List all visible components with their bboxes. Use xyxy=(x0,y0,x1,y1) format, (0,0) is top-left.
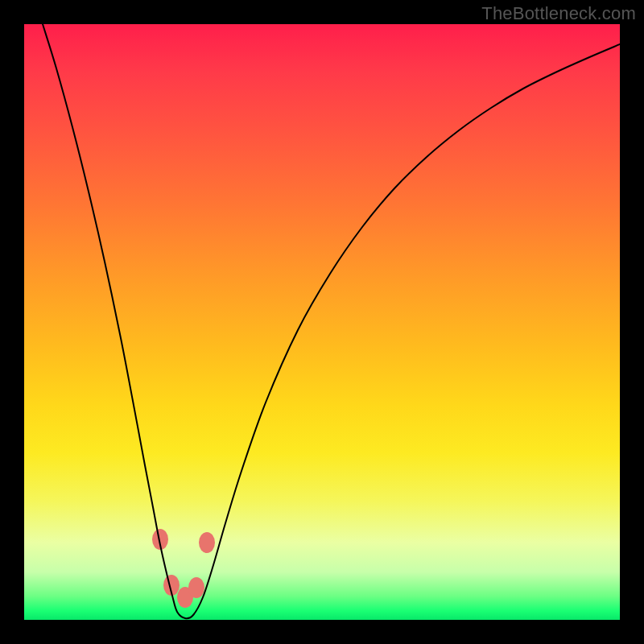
watermark-text: TheBottleneck.com xyxy=(481,3,636,24)
curve-svg xyxy=(24,24,620,620)
marker-dot xyxy=(199,532,215,553)
bottleneck-curve xyxy=(43,24,620,618)
marker-dot xyxy=(188,577,204,598)
chart-frame: TheBottleneck.com xyxy=(0,0,644,644)
marker-group xyxy=(152,529,215,608)
plot-area xyxy=(24,24,620,620)
